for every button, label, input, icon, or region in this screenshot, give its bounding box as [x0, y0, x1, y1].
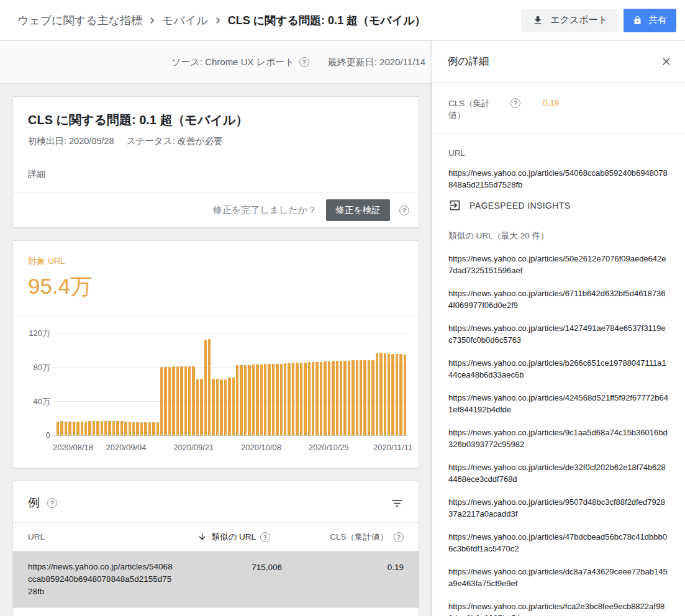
- chart-bar[interactable]: [404, 355, 406, 435]
- details-link[interactable]: 詳細: [28, 169, 45, 180]
- similar-url-item[interactable]: https://news.yahoo.co.jp/articles/50e261…: [448, 253, 669, 276]
- similar-url-item[interactable]: https://news.yahoo.co.jp/articles/dc8a7a…: [448, 566, 669, 589]
- chart-bar[interactable]: [399, 354, 402, 435]
- table-row[interactable]: https://news.yahoo.co.jp/articles/54068c…: [13, 551, 419, 608]
- chart-bar[interactable]: [164, 367, 166, 435]
- chart-bar[interactable]: [124, 422, 127, 435]
- chart-bar[interactable]: [388, 354, 390, 435]
- chart-bar[interactable]: [396, 354, 398, 435]
- chart-bar[interactable]: [140, 422, 143, 435]
- chart-bar[interactable]: [288, 363, 290, 435]
- filter-icon[interactable]: [391, 497, 404, 510]
- chart-bar[interactable]: [180, 366, 183, 435]
- chart-bar[interactable]: [57, 422, 59, 435]
- chart-bar[interactable]: [216, 379, 219, 435]
- chart-bar[interactable]: [272, 364, 274, 436]
- chart-bar[interactable]: [60, 421, 63, 435]
- chart-bar[interactable]: [68, 422, 71, 435]
- chart-bar[interactable]: [157, 422, 159, 435]
- chart-bar[interactable]: [315, 362, 318, 435]
- chart-bar[interactable]: [276, 364, 278, 436]
- column-cls[interactable]: CLS（集計値） ?: [270, 532, 404, 543]
- chart-bar[interactable]: [376, 353, 378, 435]
- chart-bar[interactable]: [228, 378, 230, 435]
- similar-url-item[interactable]: https://news.yahoo.co.jp/articles/9c1aa5…: [448, 427, 669, 450]
- chart-bar[interactable]: [208, 339, 211, 435]
- chart-bar[interactable]: [336, 361, 338, 435]
- chart-bar[interactable]: [379, 353, 382, 435]
- source-help-icon[interactable]: ?: [299, 57, 309, 67]
- chart-bar[interactable]: [84, 422, 87, 435]
- chart-bar[interactable]: [204, 340, 207, 435]
- panel-url-value[interactable]: https://news.yahoo.co.jp/articles/54068c…: [448, 167, 669, 191]
- chart-bar[interactable]: [332, 361, 334, 435]
- similar-url-item[interactable]: https://news.yahoo.co.jp/articles/9507d4…: [448, 496, 669, 520]
- chart-bar[interactable]: [252, 365, 255, 435]
- chart-bar[interactable]: [136, 422, 138, 435]
- chart-bar[interactable]: [328, 361, 330, 435]
- chart-bar[interactable]: [296, 363, 298, 435]
- chart-bar[interactable]: [292, 363, 294, 435]
- chart-bar[interactable]: [256, 365, 258, 435]
- validation-help-icon[interactable]: ?: [399, 206, 409, 215]
- chart-bar[interactable]: [284, 363, 286, 435]
- chart-bar[interactable]: [260, 365, 263, 435]
- chart-bar[interactable]: [343, 361, 346, 435]
- similar-url-item[interactable]: https://news.yahoo.co.jp/articles/47bdcb…: [448, 531, 669, 555]
- similar-url-item[interactable]: https://news.yahoo.co.jp/articles/6711b6…: [448, 288, 669, 311]
- examples-help-icon[interactable]: ?: [47, 498, 57, 508]
- cls-help-icon[interactable]: ?: [394, 532, 404, 542]
- chart-bar[interactable]: [81, 422, 83, 435]
- chart-bar[interactable]: [144, 422, 147, 435]
- chart-bar[interactable]: [196, 379, 199, 435]
- similar-url-item[interactable]: https://news.yahoo.co.jp/articles/424568…: [448, 392, 669, 415]
- table-row[interactable]: https://news.yahoo.co.jp/articles/0d157,…: [13, 608, 419, 616]
- chart-bar[interactable]: [188, 366, 191, 435]
- chart-bar[interactable]: [120, 421, 123, 435]
- chart-bar[interactable]: [96, 421, 99, 435]
- urls-trend-chart[interactable]: 040万80万120万2020/08/182020/09/042020/09/2…: [13, 315, 419, 468]
- chart-bar[interactable]: [104, 421, 107, 435]
- chart-bar[interactable]: [363, 360, 366, 435]
- chart-bar[interactable]: [371, 360, 374, 435]
- chart-bar[interactable]: [116, 421, 119, 435]
- chart-bar[interactable]: [244, 365, 247, 435]
- chart-bar[interactable]: [212, 379, 214, 435]
- chart-bar[interactable]: [176, 366, 179, 435]
- chart-bar[interactable]: [240, 365, 242, 435]
- chart-bar[interactable]: [384, 353, 386, 435]
- chart-bar[interactable]: [160, 367, 163, 435]
- chart-bar[interactable]: [112, 421, 115, 435]
- chart-bar[interactable]: [200, 379, 202, 435]
- chart-bar[interactable]: [304, 363, 306, 435]
- chart-bar[interactable]: [280, 364, 283, 436]
- chart-bar[interactable]: [101, 421, 103, 435]
- chart-bar[interactable]: [93, 421, 95, 435]
- chart-bar[interactable]: [108, 421, 111, 435]
- breadcrumb-item-1[interactable]: モバイル: [162, 13, 208, 28]
- close-icon[interactable]: [660, 55, 673, 68]
- similar-url-item[interactable]: https://news.yahoo.co.jp/articles/b266c6…: [448, 357, 669, 381]
- chart-bar[interactable]: [220, 379, 222, 435]
- chart-bar[interactable]: [308, 362, 311, 435]
- chart-bar[interactable]: [168, 367, 171, 435]
- chart-bar[interactable]: [73, 422, 75, 435]
- chart-bar[interactable]: [391, 354, 394, 435]
- chart-bar[interactable]: [352, 360, 354, 435]
- column-url[interactable]: URL: [28, 532, 161, 541]
- chart-bar[interactable]: [132, 422, 135, 435]
- chart-bar[interactable]: [340, 361, 342, 435]
- validate-fix-button[interactable]: 修正を検証: [326, 199, 390, 221]
- chart-bar[interactable]: [268, 364, 270, 435]
- chart-bar[interactable]: [300, 363, 302, 435]
- pagespeed-insights-link[interactable]: PAGESPEED INSIGHTS: [448, 199, 669, 212]
- chart-bar[interactable]: [148, 422, 151, 435]
- similar-url-item[interactable]: https://news.yahoo.co.jp/articles/142749…: [448, 322, 669, 346]
- chart-bar[interactable]: [232, 378, 235, 435]
- chart-bar[interactable]: [129, 422, 131, 435]
- chart-bar[interactable]: [65, 422, 67, 435]
- chart-bar[interactable]: [184, 366, 187, 435]
- chart-bar[interactable]: [224, 379, 227, 435]
- column-similar-urls[interactable]: 類似の URL ?: [161, 532, 270, 543]
- panel-cls-help-icon[interactable]: ?: [510, 98, 520, 108]
